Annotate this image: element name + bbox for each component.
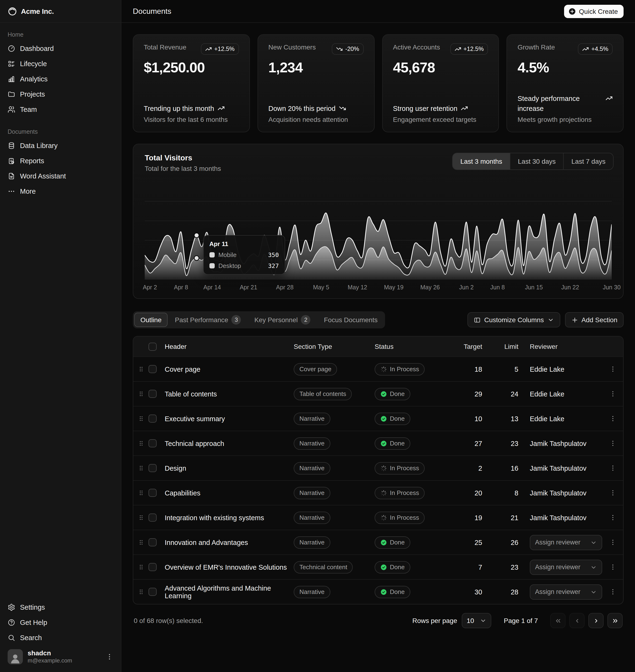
sidebar-item-label: Data Library	[20, 142, 58, 150]
row-actions-button[interactable]	[606, 362, 619, 376]
table-row[interactable]: Advanced Algorithms and Machine Learning…	[133, 579, 623, 604]
row-actions-button[interactable]	[606, 462, 619, 475]
stat-label: Active Accounts	[393, 43, 440, 51]
drag-handle-icon[interactable]	[133, 365, 149, 373]
sidebar-group: HomeDashboardLifecycleAnalyticsProjectsT…	[4, 27, 117, 117]
reviewer-name: Jamik Tashpulatov	[530, 489, 587, 497]
rows-per-page-select[interactable]: 10	[462, 613, 491, 628]
drag-handle-icon[interactable]	[133, 588, 149, 596]
row-checkbox[interactable]	[149, 489, 157, 497]
row-checkbox[interactable]	[149, 439, 157, 447]
customize-columns-button[interactable]: Customize Columns	[467, 312, 560, 328]
section-type-label: Narrative	[300, 514, 325, 521]
status-badge: Done	[375, 561, 410, 573]
row-checkbox[interactable]	[149, 563, 157, 571]
assign-reviewer-select[interactable]: Assign reviewer	[530, 584, 602, 600]
sidebar-group: DocumentsData LibraryReportsWord Assista…	[4, 124, 117, 199]
range-last-30-days[interactable]: Last 30 days	[510, 153, 563, 170]
sidebar-item-projects[interactable]: Projects	[4, 87, 117, 102]
drag-handle-icon[interactable]	[133, 415, 149, 422]
tab-past-performance[interactable]: Past Performance3	[169, 313, 247, 327]
table-row[interactable]: CapabilitiesNarrativeIn Process208Jamik …	[133, 480, 623, 505]
row-checkbox[interactable]	[149, 415, 157, 423]
table-row[interactable]: Executive summaryNarrativeDone1013Eddie …	[133, 406, 623, 431]
drag-handle-icon[interactable]	[133, 390, 149, 397]
check-circle-icon	[380, 588, 387, 595]
chevron-down-icon	[480, 617, 487, 624]
assign-reviewer-select[interactable]: Assign reviewer	[530, 535, 602, 550]
row-checkbox[interactable]	[149, 365, 157, 373]
sidebar-item-analytics[interactable]: Analytics	[4, 71, 117, 87]
assign-reviewer-select[interactable]: Assign reviewer	[530, 559, 602, 575]
sidebar-item-data-library[interactable]: Data Library	[4, 138, 117, 153]
sidebar-item-more[interactable]: More	[4, 184, 117, 199]
row-actions-button[interactable]	[606, 536, 619, 549]
tooltip-series-label: Mobile	[218, 251, 237, 259]
row-limit: 21	[482, 514, 518, 521]
table-row[interactable]: Cover pageCover pageIn Process185Eddie L…	[133, 356, 623, 381]
table-row[interactable]: Innovation and AdvantagesNarrativeDone25…	[133, 530, 623, 555]
drag-handle-icon[interactable]	[133, 563, 149, 570]
tab-key-personnel[interactable]: Key Personnel2	[248, 313, 317, 327]
drag-handle-icon[interactable]	[133, 514, 149, 521]
table-row[interactable]: DesignNarrativeIn Process216Jamik Tashpu…	[133, 455, 623, 480]
ellipsis-icon	[8, 187, 15, 195]
status-label: In Process	[390, 365, 419, 373]
stat-label: Total Revenue	[144, 43, 187, 51]
row-checkbox[interactable]	[149, 538, 157, 546]
row-actions-button[interactable]	[606, 412, 619, 425]
row-actions-button[interactable]	[606, 486, 619, 499]
table-row[interactable]: Integration with existing systemsNarrati…	[133, 505, 623, 530]
table-row[interactable]: Technical approachNarrativeDone2723Jamik…	[133, 431, 623, 455]
sidebar-item-settings[interactable]: Settings	[4, 600, 117, 615]
table-row[interactable]: Table of contentsTable of contentsDone29…	[133, 381, 623, 406]
row-limit: 5	[482, 365, 518, 373]
sidebar-item-lifecycle[interactable]: Lifecycle	[4, 56, 117, 71]
row-actions-button[interactable]	[606, 585, 619, 599]
user-menu[interactable]: shadcn m@example.com	[4, 645, 117, 668]
drag-handle-icon[interactable]	[133, 489, 149, 496]
ellipsis-vertical-icon[interactable]	[106, 653, 113, 660]
row-checkbox[interactable]	[149, 464, 157, 472]
row-checkbox[interactable]	[149, 588, 157, 596]
sidebar-item-label: Projects	[20, 90, 45, 98]
previous-page-button[interactable]	[569, 613, 585, 628]
last-page-button[interactable]	[607, 613, 622, 628]
row-actions-button[interactable]	[606, 511, 619, 524]
next-page-button[interactable]	[588, 613, 604, 628]
sidebar-item-team[interactable]: Team	[4, 102, 117, 117]
sidebar-item-dashboard[interactable]: Dashboard	[4, 41, 117, 56]
sidebar-item-word-assistant[interactable]: Word Assistant	[4, 169, 117, 184]
row-limit: 23	[482, 440, 518, 447]
stat-trend-badge: -20%	[332, 43, 364, 55]
drag-handle-icon[interactable]	[133, 465, 149, 472]
row-actions-button[interactable]	[606, 387, 619, 401]
range-last-3-months[interactable]: Last 3 months	[453, 153, 510, 170]
section-type-badge: Narrative	[294, 462, 330, 474]
x-tick-label: Apr 2	[143, 284, 157, 291]
row-actions-button[interactable]	[606, 436, 619, 450]
row-checkbox[interactable]	[149, 514, 157, 522]
tab-outline[interactable]: Outline	[134, 313, 168, 327]
drag-handle-icon[interactable]	[133, 539, 149, 546]
loader-icon	[380, 366, 387, 373]
select-all-checkbox[interactable]	[149, 342, 157, 351]
section-type-badge: Narrative	[294, 536, 330, 548]
sidebar-item-search[interactable]: Search	[4, 630, 117, 645]
visitors-chart[interactable]: Apr 11 Mobile350Desktop327	[145, 182, 612, 279]
quick-create-button[interactable]: Quick Create	[564, 4, 623, 18]
range-last-7-days[interactable]: Last 7 days	[563, 153, 613, 170]
tab-focus-documents[interactable]: Focus Documents	[318, 313, 384, 327]
row-actions-button[interactable]	[606, 560, 619, 574]
add-section-button[interactable]: Add Section	[565, 312, 623, 328]
sidebar-item-reports[interactable]: Reports	[4, 153, 117, 169]
chevron-down-icon	[590, 564, 597, 570]
first-page-button[interactable]	[550, 613, 566, 628]
table-row[interactable]: Overview of EMR's Innovative SolutionsTe…	[133, 555, 623, 579]
sidebar-item-get-help[interactable]: Get Help	[4, 615, 117, 630]
rows-per-page-label: Rows per page	[412, 617, 457, 624]
x-axis-labels: Apr 2Apr 8Apr 14Apr 21Apr 28May 5May 12M…	[145, 282, 612, 294]
drag-handle-icon[interactable]	[133, 440, 149, 447]
row-checkbox[interactable]	[149, 390, 157, 398]
sidebar-header[interactable]: Acme Inc.	[0, 0, 121, 23]
